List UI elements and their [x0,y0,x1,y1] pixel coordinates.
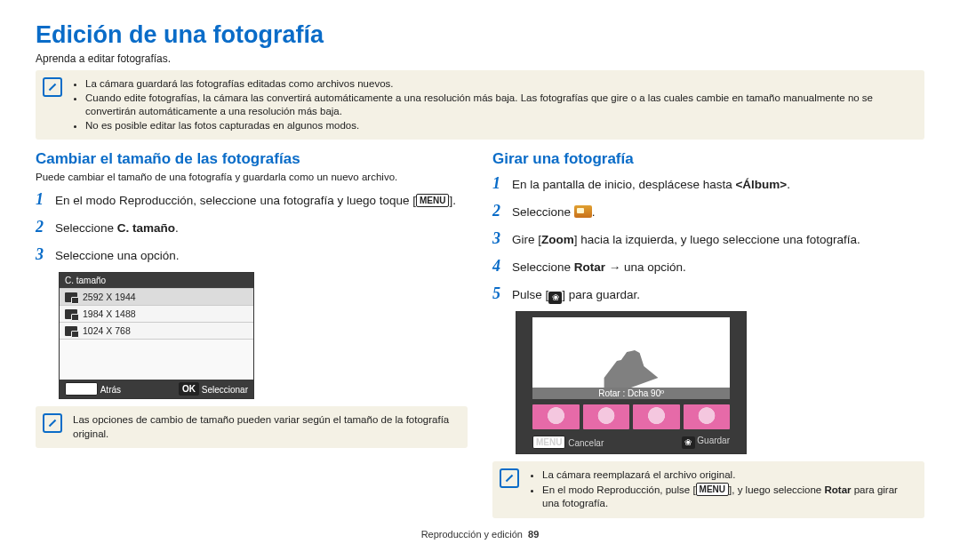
size-option-2592: 2592 X 1944 [60,288,253,305]
thumb-2 [583,404,630,429]
rotate-step-1: En la pantalla de inicio, desplácese has… [512,176,790,194]
camera-shot-header: C. tamaño [60,273,253,288]
step-number: 3 [492,227,512,251]
step-number: 2 [492,199,512,223]
page-title: Edición de una fotografía [36,21,924,49]
top-info-1: La cámara guardará las fotografías edita… [85,77,916,92]
rotate-heading: Girar una fotografía [492,150,924,168]
info-icon [43,77,62,97]
rotate-step-2: Seleccione . [512,204,596,221]
rotate-note-1: La cámara reemplazará el archivo origina… [542,468,916,483]
size-option-1984: 1984 X 1488 [60,305,253,322]
thumb-1 [532,404,580,429]
step-number: 2 [36,215,55,239]
resize-step-3: Seleccione una opción. [55,247,180,265]
resize-step-2: Seleccione C. tamaño. [55,220,179,237]
intro-text: Aprenda a editar fotografías. [36,52,924,65]
macro-flower-icon: ❀ [682,436,695,449]
rotate-section: Girar una fotografía 1 En la pantalla de… [492,147,924,525]
thumb-3 [633,404,680,429]
rotate-step-3: Gire [Zoom] hacia la izquierda, y luego … [512,231,860,249]
step-number: 1 [492,172,512,196]
preview-silhouette [596,343,667,388]
step-number: 4 [492,254,512,278]
rotate-note-box: La cámara reemplazará el archivo origina… [492,461,924,518]
top-info-3: No es posible editar las fotos capturada… [85,119,916,133]
menu-chip-icon: MENU [65,382,98,396]
page-footer: Reproducción y edición 89 [36,529,924,540]
resize-sub: Puede cambiar el tamaño de una fotografí… [36,172,468,182]
info-icon [500,468,519,488]
resize-camera-screenshot: C. tamaño 2592 X 1944 1984 X 1488 1024 X… [59,272,254,399]
step-number: 5 [492,282,512,306]
size-option-1024: 1024 X 768 [60,322,253,339]
gallery-icon [574,205,592,218]
resize-section: Cambiar el tamaño de las fotografías Pue… [36,147,468,525]
info-icon [43,413,62,433]
rotate-note-2: En el modo Reproducción, pulse [MENU], y… [542,483,916,511]
menu-chip-icon: MENU [532,436,565,449]
resize-note-box: Las opciones de cambio de tamaño pueden … [36,406,468,448]
resize-note-text: Las opciones de cambio de tamaño pueden … [73,414,449,439]
top-info-2: Cuando edite fotografías, la cámara las … [85,92,916,119]
step-number: 1 [36,188,55,212]
resize-heading: Cambiar el tamaño de las fotografías [36,150,468,168]
menu-chip-icon: MENU [696,483,729,496]
rotate-label: Rotar : Dcha 90º [532,388,730,399]
ok-chip-icon: OK [179,382,199,396]
rotate-camera-screenshot: Rotar : Dcha 90º MENU Cancelar ❀ Guardar [516,311,747,454]
menu-chip-icon: MENU [416,194,449,207]
macro-flower-icon: ❀ [548,292,562,304]
rotate-step-5: Pulse [❀] para guardar. [512,286,640,304]
rotate-step-4: Seleccione Rotar → una opción. [512,259,686,276]
resize-step-1: En el modo Reproducción, seleccione una … [55,192,456,210]
top-info-box: La cámara guardará las fotografías edita… [36,70,924,140]
step-number: 3 [36,243,55,267]
thumb-4 [684,404,731,429]
